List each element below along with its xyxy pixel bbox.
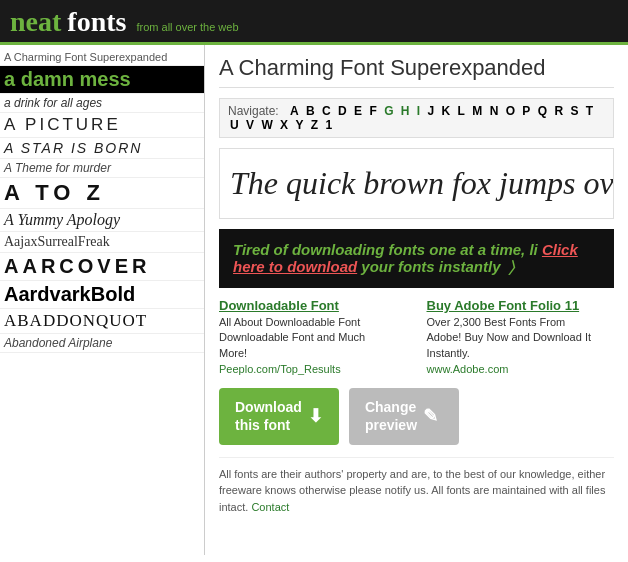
ad-left-line3: More! xyxy=(219,346,407,361)
two-col-ads: Downloadable Font All About Downloadable… xyxy=(219,298,614,376)
sidebar: A Charming Font Superexpanded a damn mes… xyxy=(0,45,205,555)
ad-right-line3: Instantly. xyxy=(427,346,615,361)
font-preview-text: The quick brown fox jumps over xyxy=(230,165,614,201)
ad-right-source: www.Adobe.com xyxy=(427,363,509,375)
nav-s[interactable]: S xyxy=(570,104,578,118)
sidebar-item-2[interactable]: a drink for all ages xyxy=(0,94,204,113)
sidebar-item-8[interactable]: AajaxSurrealFreak xyxy=(0,232,204,253)
nav-p[interactable]: P xyxy=(522,104,530,118)
sidebar-item-3[interactable]: A PICTURE xyxy=(0,113,204,138)
header: neatfonts from all over the web xyxy=(0,0,628,45)
sidebar-item-6[interactable]: A TO Z xyxy=(0,178,204,209)
nav-y[interactable]: Y xyxy=(295,118,303,132)
nav-x[interactable]: X xyxy=(280,118,288,132)
nav-d[interactable]: D xyxy=(338,104,347,118)
ad-col-right: Buy Adobe Font Folio 11 Over 2,300 Best … xyxy=(427,298,615,376)
ad-right-title[interactable]: Buy Adobe Font Folio 11 xyxy=(427,298,615,313)
sidebar-item-7[interactable]: A Yummy Apology xyxy=(0,209,204,232)
sidebar-item-5[interactable]: A Theme for murder xyxy=(0,159,204,178)
nav-r[interactable]: R xyxy=(554,104,563,118)
nav-i[interactable]: I xyxy=(417,104,420,118)
change-line2: preview xyxy=(365,416,417,434)
nav-m[interactable]: M xyxy=(472,104,482,118)
footer-note: All fonts are their authors' property an… xyxy=(219,457,614,516)
nav-l[interactable]: L xyxy=(458,104,465,118)
ad-col-left: Downloadable Font All About Downloadable… xyxy=(219,298,407,376)
ad-banner-text: Tired of downloading fonts one at a time… xyxy=(233,241,538,258)
main-layout: A Charming Font Superexpanded a damn mes… xyxy=(0,45,628,555)
ad-left-title[interactable]: Downloadable Font xyxy=(219,298,407,313)
nav-v[interactable]: V xyxy=(246,118,254,132)
nav-t[interactable]: T xyxy=(586,104,593,118)
nav-g[interactable]: G xyxy=(384,104,393,118)
sidebar-item-4[interactable]: A STAR IS BORN xyxy=(0,138,204,159)
tagline: from all over the web xyxy=(136,21,238,33)
sidebar-item-0[interactable]: A Charming Font Superexpanded xyxy=(0,49,204,66)
nav-b[interactable]: B xyxy=(306,104,315,118)
ad-right-line1: Over 2,300 Best Fonts From xyxy=(427,315,615,330)
download-button[interactable]: Download this font ⬇ xyxy=(219,388,339,444)
change-line1: Change xyxy=(365,398,417,416)
nav-o[interactable]: O xyxy=(506,104,515,118)
nav-e[interactable]: E xyxy=(354,104,362,118)
nav-u[interactable]: U xyxy=(230,118,239,132)
nav-q[interactable]: Q xyxy=(538,104,547,118)
nav-w[interactable]: W xyxy=(261,118,272,132)
ad-left-line2: Downloadable Font and Much xyxy=(219,330,407,345)
ad-banner: Tired of downloading fonts one at a time… xyxy=(219,229,614,288)
sidebar-item-1[interactable]: a damn mess xyxy=(0,66,204,94)
ad-left-line1: All About Downloadable Font xyxy=(219,315,407,330)
nav-f[interactable]: F xyxy=(369,104,376,118)
navigate-bar: Navigate: A B C D E F G H I J K L M N O … xyxy=(219,98,614,138)
nav-1[interactable]: 1 xyxy=(325,118,332,132)
download-icon: ⬇ xyxy=(308,405,323,427)
ad-right-line2: Adobe! Buy Now and Download It xyxy=(427,330,615,345)
nav-j[interactable]: J xyxy=(428,104,435,118)
font-preview-display: The quick brown fox jumps over xyxy=(219,148,614,219)
download-line2: this font xyxy=(235,416,302,434)
navigate-label: Navigate: xyxy=(228,104,279,118)
ad-banner-suffix: your fonts instantly xyxy=(361,258,500,275)
buttons-row: Download this font ⬇ Change preview ✎ xyxy=(219,388,614,444)
cursor-icon: 〉 xyxy=(509,258,514,276)
footer-contact-link[interactable]: Contact xyxy=(251,501,289,513)
nav-z[interactable]: Z xyxy=(311,118,318,132)
change-icon: ✎ xyxy=(423,405,438,427)
page-title: A Charming Font Superexpanded xyxy=(219,55,614,88)
nav-n[interactable]: N xyxy=(490,104,499,118)
change-button-label: Change preview xyxy=(365,398,417,434)
logo-neat: neat xyxy=(10,6,61,38)
change-preview-button[interactable]: Change preview ✎ xyxy=(349,388,459,444)
download-button-label: Download this font xyxy=(235,398,302,434)
content-area: A Charming Font Superexpanded Navigate: … xyxy=(205,45,628,555)
sidebar-item-10[interactable]: AardvarkBold xyxy=(0,281,204,309)
sidebar-item-9[interactable]: AARCOVER xyxy=(0,253,204,281)
nav-k[interactable]: K xyxy=(442,104,451,118)
ad-left-source: Peeplo.com/Top_Results xyxy=(219,363,341,375)
nav-h[interactable]: H xyxy=(401,104,410,118)
nav-c[interactable]: C xyxy=(322,104,331,118)
sidebar-item-12[interactable]: Abandoned Airplane xyxy=(0,334,204,353)
logo-fonts: fonts xyxy=(67,6,126,38)
nav-a[interactable]: A xyxy=(290,104,299,118)
sidebar-item-11[interactable]: ABADDONQUOT xyxy=(0,309,204,334)
download-line1: Download xyxy=(235,398,302,416)
